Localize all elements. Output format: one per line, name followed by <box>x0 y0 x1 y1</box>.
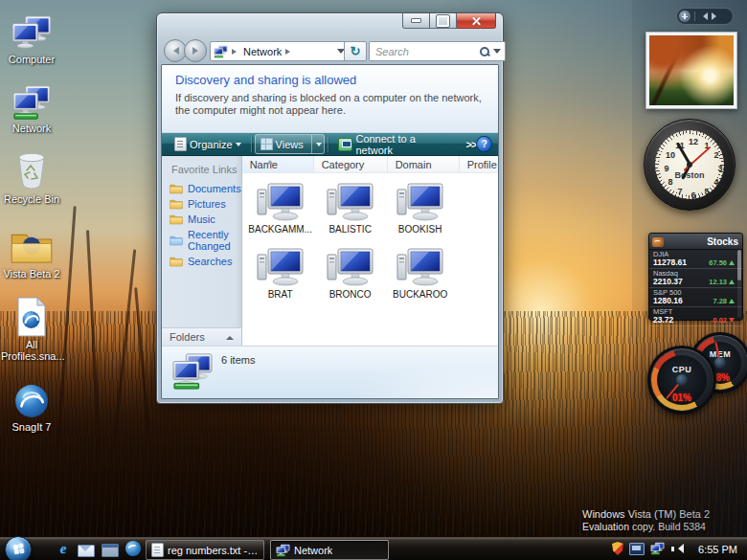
column-headers: Name Category Domain Profile <box>242 156 499 173</box>
search-input[interactable] <box>374 45 479 58</box>
security-shield-icon[interactable] <box>612 542 623 555</box>
search-icon[interactable] <box>479 46 490 57</box>
nav-item-label: Recently Changed <box>188 229 241 252</box>
quick-launch: e <box>56 541 141 556</box>
clock-hub <box>687 162 692 168</box>
explorer-window: Network ↻ Discovery and sharing is allow… <box>156 12 504 404</box>
chevron-up-icon <box>226 332 234 340</box>
folders-expander[interactable]: Folders <box>162 327 241 346</box>
stocks-gadget[interactable]: Stocks DJIA 11278.61 67.56 Nasdaq 2210.3… <box>648 233 743 321</box>
nav-item-pictures[interactable]: Pictures <box>162 196 241 212</box>
views-button[interactable]: Views <box>256 135 311 153</box>
folder-icon <box>10 228 54 266</box>
computer-item[interactable]: BUCKAROO <box>387 248 454 300</box>
media-player-icon[interactable] <box>125 541 141 556</box>
computer-name: BRONCO <box>317 289 384 300</box>
taskbar-button-network[interactable]: Network <box>270 540 389 560</box>
cpu-meter-gadget[interactable]: CPU 01% <box>647 346 716 414</box>
watermark-line2: Evaluation copy. Build 5384 <box>582 521 747 533</box>
column-header-profile[interactable]: Profile <box>460 156 499 172</box>
address-breadcrumb[interactable]: Network <box>210 41 349 61</box>
computer-item[interactable]: BACKGAMM... <box>247 183 314 235</box>
desktop-icon-recycle-bin[interactable]: Recycle Bin <box>1 151 62 205</box>
desktop-icon-label: Computer <box>1 54 62 65</box>
desktop-icon-all-profiles[interactable]: All Profiles.sna... <box>1 297 62 362</box>
stock-change: -0.02 <box>711 316 727 325</box>
stock-change: 67.56 <box>709 258 727 267</box>
desktop-icon-network[interactable]: Network <box>1 84 62 134</box>
windows-flag-icon <box>13 545 18 549</box>
next-page-icon[interactable] <box>712 12 720 20</box>
views-button-group: Views <box>255 134 325 154</box>
search-box[interactable] <box>369 41 506 61</box>
computer-item[interactable]: BOOKISH <box>387 183 454 235</box>
desktop-icon-vista-beta-2[interactable]: Vista Beta 2 <box>1 228 62 280</box>
clock-gadget[interactable]: 12 1 2 3 4 5 6 7 8 9 10 11 Boston <box>644 119 736 211</box>
toolbar-overflow-chevron[interactable]: >> <box>466 139 477 150</box>
close-button[interactable] <box>457 13 496 29</box>
previous-page-icon[interactable] <box>699 12 708 20</box>
stock-row-msft[interactable]: MSFT 23.72 -0.02 <box>649 307 742 326</box>
slideshow-gadget[interactable] <box>645 32 737 109</box>
column-header-domain[interactable]: Domain <box>388 156 460 172</box>
nav-item-music[interactable]: Music <box>162 212 241 227</box>
organize-button[interactable]: Organize <box>168 134 248 154</box>
computer-item[interactable]: BRONCO <box>317 248 384 300</box>
clock-face: 12 1 2 3 4 5 6 7 8 9 10 11 Boston <box>659 134 720 195</box>
pictures-folder-icon <box>170 198 183 210</box>
refresh-button[interactable]: ↻ <box>344 41 367 61</box>
breadcrumb-arrow-icon[interactable] <box>285 49 293 55</box>
desktop-icon-snagit[interactable]: SnagIt 7 <box>1 383 62 433</box>
mail-icon[interactable] <box>78 545 95 557</box>
nav-item-documents[interactable]: Documents <box>162 181 241 196</box>
forward-button[interactable] <box>184 39 207 62</box>
desktop: Computer Network Recycle Bin Vista Beta … <box>0 0 747 560</box>
minimize-button[interactable] <box>402 13 430 29</box>
computer-item[interactable]: BALISTIC <box>317 183 384 235</box>
nav-item-label: Searches <box>188 256 232 267</box>
search-dropdown-icon[interactable] <box>493 49 501 57</box>
start-button[interactable] <box>5 536 32 560</box>
workstation-icon <box>396 248 444 288</box>
volume-icon[interactable] <box>670 542 684 555</box>
internet-explorer-icon[interactable]: e <box>56 541 71 556</box>
up-arrow-icon <box>729 299 735 303</box>
network-icon <box>171 352 214 391</box>
connect-to-network-button[interactable]: Connect to a network <box>331 134 463 154</box>
stocks-scrollbar[interactable] <box>737 250 741 318</box>
maximize-button[interactable] <box>430 13 457 29</box>
taskbar-button-notepad[interactable]: reg numbers.txt - N... <box>146 540 264 560</box>
nav-item-label: Pictures <box>188 198 226 210</box>
add-gadget-icon[interactable] <box>679 11 690 22</box>
stock-row-nasdaq[interactable]: Nasdaq 2210.37 12.13 <box>649 269 742 288</box>
stock-value: 23.72 <box>653 316 711 325</box>
stock-row-djia[interactable]: DJIA 11278.61 67.56 <box>649 250 742 269</box>
breadcrumb-arrow-icon <box>232 49 239 55</box>
clock-number: 6 <box>688 190 699 201</box>
slideshow-photo <box>649 35 734 105</box>
taskbar-clock[interactable]: 6:55 PM <box>698 538 737 560</box>
sidebar-controls[interactable] <box>676 8 734 25</box>
stocks-title: Stocks <box>664 236 738 247</box>
computer-item[interactable]: BRAT <box>247 248 314 300</box>
breadcrumb-location[interactable]: Network <box>243 46 282 57</box>
column-header-category[interactable]: Category <box>314 156 388 172</box>
keyboard-layout-icon[interactable] <box>629 543 645 555</box>
scrollbar-thumb[interactable] <box>737 250 741 280</box>
stock-change: 7.28 <box>713 297 727 305</box>
desktop-icon-computer[interactable]: Computer <box>1 15 62 65</box>
desktop-icon-label: Network <box>1 123 62 134</box>
stock-value: 11278.61 <box>653 258 709 267</box>
stock-row-sp500[interactable]: S&P 500 1280.16 7.28 <box>649 288 742 307</box>
nav-item-recently-changed[interactable]: Recently Changed <box>162 227 241 254</box>
title-bar[interactable] <box>157 13 503 37</box>
views-dropdown-button[interactable] <box>311 135 325 153</box>
app-window-icon[interactable] <box>102 544 119 557</box>
window-content: Discovery and sharing is allowed If disc… <box>161 64 499 399</box>
column-label: Profile <box>467 159 497 170</box>
nav-item-searches[interactable]: Searches <box>162 254 241 269</box>
tray-network-icon[interactable] <box>650 542 665 555</box>
column-header-name[interactable]: Name <box>242 156 314 172</box>
stock-value: 1280.16 <box>653 297 713 305</box>
help-button[interactable]: ? <box>476 136 492 152</box>
